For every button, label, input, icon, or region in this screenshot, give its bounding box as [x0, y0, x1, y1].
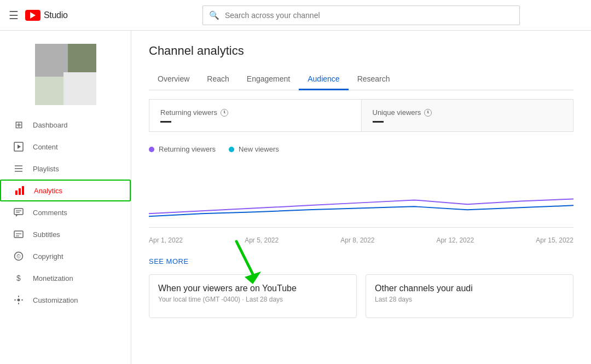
x-label-4: Apr 15, 2022	[536, 236, 573, 244]
svg-rect-6	[19, 188, 21, 195]
bottom-card-title-0: When your viewers are on YouTube	[158, 284, 347, 293]
svg-marker-1	[18, 145, 21, 149]
legend-returning: Returning viewers	[149, 145, 216, 153]
sidebar-label-content: Content	[33, 143, 58, 151]
monetization-icon: $	[13, 273, 24, 284]
sidebar-nav: ⊞ Dashboard Content Playlists Analytics	[0, 114, 131, 311]
header-left: ☰ Studio	[9, 9, 140, 22]
x-axis-labels: Apr 1, 2022 Apr 5, 2022 Apr 8, 2022 Apr …	[149, 232, 573, 249]
metric-label-unique: Unique viewers	[373, 108, 563, 117]
x-label-3: Apr 12, 2022	[436, 236, 474, 244]
clock-icon-unique	[424, 109, 432, 117]
bottom-card-subtitle-0: Your local time (GMT -0400) · Last 28 da…	[158, 296, 347, 303]
layout: ⊞ Dashboard Content Playlists Analytics	[0, 31, 591, 364]
svg-text:$: $	[16, 274, 21, 282]
legend-label-returning: Returning viewers	[159, 145, 216, 153]
studio-wordmark: Studio	[44, 10, 68, 20]
tabs-bar: Overview Reach Engagement Audience Resea…	[149, 69, 573, 90]
bottom-card-subtitle-1: Last 28 days	[375, 296, 564, 303]
dashboard-icon: ⊞	[13, 119, 24, 131]
page-title: Channel analytics	[149, 44, 573, 58]
svg-text:©: ©	[16, 253, 21, 259]
search-input[interactable]	[202, 5, 520, 25]
channel-avatar	[0, 31, 131, 114]
sidebar-item-comments[interactable]: Comments	[0, 201, 131, 223]
sidebar-label-copyright: Copyright	[33, 252, 63, 261]
play-triangle-icon	[30, 12, 36, 19]
hamburger-menu[interactable]: ☰	[9, 9, 19, 22]
sidebar-item-analytics[interactable]: Analytics	[0, 180, 131, 201]
svg-rect-5	[15, 190, 18, 195]
avatar-block-tl	[35, 44, 68, 77]
logo-area: Studio	[25, 10, 68, 21]
metric-value-returning	[160, 121, 171, 123]
analytics-icon	[14, 185, 25, 196]
svg-rect-8	[14, 209, 23, 215]
tab-research[interactable]: Research	[349, 69, 399, 90]
sidebar-label-dashboard: Dashboard	[33, 121, 68, 129]
sidebar-label-subtitles: Subtitles	[33, 230, 60, 239]
tab-overview[interactable]: Overview	[149, 69, 198, 90]
sidebar-item-customization[interactable]: Customization	[0, 289, 131, 311]
clock-icon-returning	[221, 109, 228, 117]
search-icon: 🔍	[209, 10, 219, 20]
sidebar-item-copyright[interactable]: © Copyright	[0, 245, 131, 267]
x-label-2: Apr 8, 2022	[340, 236, 374, 244]
header: ☰ Studio 🔍	[0, 0, 591, 31]
svg-rect-7	[22, 186, 24, 195]
sidebar-label-customization: Customization	[33, 296, 78, 304]
audience-chart	[149, 162, 573, 228]
metrics-row: Returning viewers Unique viewers	[149, 99, 573, 132]
see-more-button[interactable]: SEE MORE	[149, 257, 573, 265]
svg-point-18	[18, 299, 20, 302]
subtitles-icon	[13, 229, 24, 240]
metric-card-returning: Returning viewers	[149, 100, 362, 131]
avatar-block-tr	[68, 44, 96, 72]
main-content: Channel analytics Overview Reach Engagem…	[131, 31, 591, 364]
search-wrapper: 🔍	[202, 5, 520, 25]
bottom-card-title-1: Other channels your audi	[375, 284, 564, 293]
sidebar-item-playlists[interactable]: Playlists	[0, 158, 131, 180]
bottom-card-viewers-time: When your viewers are on YouTube Your lo…	[149, 274, 357, 318]
tab-reach[interactable]: Reach	[198, 69, 237, 90]
sidebar-label-monetization: Monetization	[33, 274, 73, 282]
youtube-logo-icon	[25, 10, 40, 21]
comments-icon	[13, 207, 24, 218]
svg-rect-12	[14, 231, 23, 238]
sidebar-item-subtitles[interactable]: Subtitles	[0, 223, 131, 245]
chart-legend: Returning viewers New viewers	[149, 141, 573, 158]
bottom-cards: When your viewers are on YouTube Your lo…	[149, 274, 573, 318]
legend-dot-new	[229, 147, 234, 152]
bottom-card-other-channels: Other channels your audi Last 28 days	[366, 274, 573, 318]
sidebar-item-monetization[interactable]: $ Monetization	[0, 267, 131, 289]
tab-engagement[interactable]: Engagement	[238, 69, 299, 90]
metric-label-returning: Returning viewers	[160, 108, 350, 117]
customization-icon	[13, 294, 24, 305]
sidebar-label-playlists: Playlists	[33, 165, 59, 173]
sidebar-item-dashboard[interactable]: ⊞ Dashboard	[0, 114, 131, 136]
tab-audience[interactable]: Audience	[299, 69, 348, 90]
sidebar-label-comments: Comments	[33, 209, 67, 217]
legend-dot-returning	[149, 147, 154, 152]
avatar-block-bl	[35, 77, 63, 105]
avatar-block-br	[63, 72, 96, 105]
content-icon	[13, 141, 24, 152]
search-bar: 🔍	[202, 5, 520, 25]
chart-svg	[149, 162, 573, 227]
copyright-icon: ©	[13, 251, 24, 262]
x-label-1: Apr 5, 2022	[245, 236, 279, 244]
sidebar: ⊞ Dashboard Content Playlists Analytics	[0, 31, 131, 364]
sidebar-label-analytics: Analytics	[34, 187, 62, 195]
metric-value-unique	[373, 121, 384, 123]
playlists-icon	[13, 163, 24, 174]
legend-new: New viewers	[229, 145, 279, 153]
metric-card-unique: Unique viewers	[362, 100, 573, 131]
sidebar-item-content[interactable]: Content	[0, 136, 131, 158]
avatar	[35, 44, 96, 105]
x-label-0: Apr 1, 2022	[149, 236, 183, 244]
legend-label-new: New viewers	[239, 145, 279, 153]
